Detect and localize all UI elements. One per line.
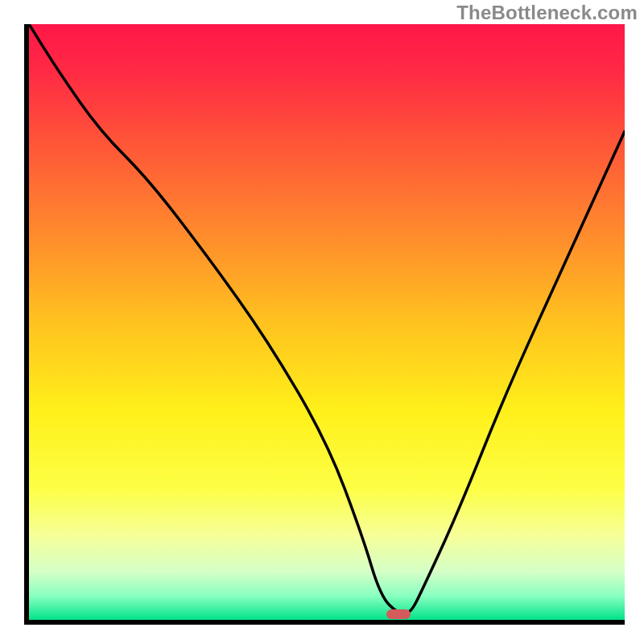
optimum-marker <box>386 609 411 619</box>
bottleneck-curve-path <box>29 24 625 614</box>
watermark-text: TheBottleneck.com <box>456 2 638 24</box>
plot-area <box>24 24 625 625</box>
bottleneck-curve-svg <box>29 24 625 620</box>
bottleneck-chart: TheBottleneck.com <box>0 0 644 644</box>
